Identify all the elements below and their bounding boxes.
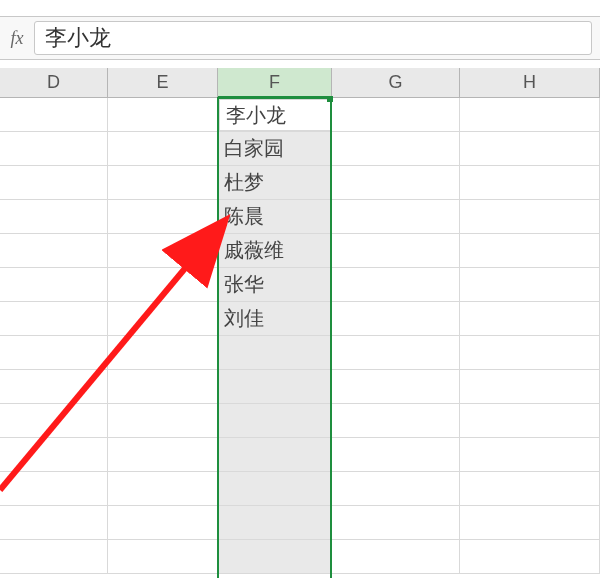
col-header-H[interactable]: H xyxy=(460,68,600,97)
table-row: 刘佳 xyxy=(0,302,600,336)
cell[interactable]: 张华 xyxy=(218,268,332,302)
cell[interactable] xyxy=(218,472,332,506)
table-row: 陈晨 xyxy=(0,200,600,234)
cell[interactable] xyxy=(108,540,218,574)
cell[interactable] xyxy=(0,506,108,540)
cell[interactable] xyxy=(0,200,108,234)
cell[interactable] xyxy=(332,200,460,234)
cell[interactable] xyxy=(460,336,600,370)
cell[interactable] xyxy=(0,98,108,132)
cell[interactable] xyxy=(460,370,600,404)
cell[interactable] xyxy=(108,166,218,200)
cell[interactable] xyxy=(460,404,600,438)
cell[interactable] xyxy=(332,98,460,132)
cell[interactable] xyxy=(460,98,600,132)
cell[interactable]: 陈晨 xyxy=(218,200,332,234)
cell[interactable] xyxy=(108,268,218,302)
cell[interactable] xyxy=(218,438,332,472)
cell[interactable]: 刘佳 xyxy=(218,302,332,336)
cell[interactable] xyxy=(218,404,332,438)
cell[interactable] xyxy=(460,438,600,472)
cell[interactable] xyxy=(108,98,218,132)
col-header-D[interactable]: D xyxy=(0,68,108,97)
cell[interactable] xyxy=(332,132,460,166)
table-row xyxy=(0,438,600,472)
cell[interactable] xyxy=(0,472,108,506)
cell[interactable] xyxy=(218,370,332,404)
cell[interactable] xyxy=(332,438,460,472)
cell[interactable] xyxy=(218,506,332,540)
cell[interactable] xyxy=(460,302,600,336)
cell[interactable] xyxy=(0,438,108,472)
cell[interactable] xyxy=(108,506,218,540)
cell[interactable] xyxy=(332,234,460,268)
cell[interactable] xyxy=(108,472,218,506)
cell[interactable] xyxy=(460,540,600,574)
table-row xyxy=(0,540,600,574)
table-row xyxy=(0,370,600,404)
table-row xyxy=(0,506,600,540)
cell[interactable] xyxy=(332,404,460,438)
formula-bar: fx xyxy=(0,16,600,60)
cell[interactable]: 杜梦 xyxy=(218,166,332,200)
cell[interactable] xyxy=(332,268,460,302)
cell[interactable] xyxy=(460,506,600,540)
table-row: 杜梦 xyxy=(0,166,600,200)
cell[interactable] xyxy=(0,166,108,200)
table-row xyxy=(0,472,600,506)
cell[interactable] xyxy=(108,370,218,404)
cell[interactable] xyxy=(108,336,218,370)
cell[interactable] xyxy=(0,234,108,268)
cell[interactable] xyxy=(460,200,600,234)
fx-icon[interactable]: fx xyxy=(0,28,34,49)
cell[interactable] xyxy=(108,438,218,472)
cell[interactable] xyxy=(460,166,600,200)
cell[interactable] xyxy=(108,132,218,166)
cell[interactable] xyxy=(0,370,108,404)
cell[interactable] xyxy=(108,404,218,438)
table-row: 戚薇维 xyxy=(0,234,600,268)
cell[interactable] xyxy=(0,336,108,370)
cell[interactable] xyxy=(332,506,460,540)
cell[interactable] xyxy=(332,472,460,506)
cell[interactable] xyxy=(0,540,108,574)
cell[interactable] xyxy=(0,302,108,336)
cell[interactable] xyxy=(218,540,332,574)
cell[interactable] xyxy=(460,268,600,302)
table-row: 张华 xyxy=(0,268,600,302)
col-header-E[interactable]: E xyxy=(108,68,218,97)
cell[interactable] xyxy=(332,302,460,336)
cell[interactable] xyxy=(108,234,218,268)
table-row xyxy=(0,404,600,438)
table-row xyxy=(0,336,600,370)
cell[interactable] xyxy=(108,200,218,234)
table-row: 白家园 xyxy=(0,132,600,166)
cell[interactable]: 戚薇维 xyxy=(218,234,332,268)
column-headers: D E F G H xyxy=(0,68,600,98)
col-header-F[interactable]: F xyxy=(218,68,332,97)
cell[interactable] xyxy=(332,166,460,200)
cell[interactable] xyxy=(460,472,600,506)
cell[interactable] xyxy=(332,336,460,370)
formula-input[interactable] xyxy=(34,21,592,55)
cell[interactable]: 白家园 xyxy=(218,132,332,166)
cell[interactable] xyxy=(460,234,600,268)
cell[interactable] xyxy=(0,268,108,302)
cell[interactable] xyxy=(460,132,600,166)
cell[interactable] xyxy=(332,370,460,404)
cell[interactable] xyxy=(108,302,218,336)
sheet-area: D E F G H 李小龙白家园杜梦陈晨戚薇维张华刘佳 李小龙 xyxy=(0,68,600,578)
cell[interactable] xyxy=(332,540,460,574)
cell[interactable] xyxy=(0,132,108,166)
grid[interactable]: 李小龙白家园杜梦陈晨戚薇维张华刘佳 xyxy=(0,98,600,574)
col-header-G[interactable]: G xyxy=(332,68,460,97)
cell[interactable] xyxy=(218,336,332,370)
active-cell[interactable]: 李小龙 xyxy=(219,99,331,131)
cell[interactable] xyxy=(0,404,108,438)
